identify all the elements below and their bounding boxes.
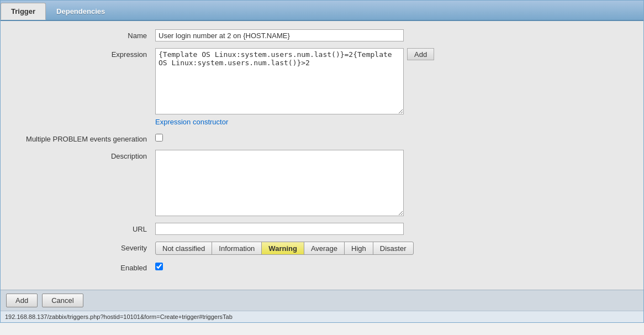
- multiple-problem-row: Multiple PROBLEM events generation: [12, 133, 632, 143]
- url-control: [155, 223, 404, 235]
- severity-information[interactable]: Information: [212, 242, 262, 255]
- description-textarea[interactable]: [155, 150, 404, 216]
- severity-row: Severity Not classified Information Warn…: [12, 242, 632, 255]
- severity-high[interactable]: High: [344, 242, 373, 255]
- form-area: Name Expression {Template OS Linux:syste…: [1, 21, 643, 290]
- severity-buttons: Not classified Information Warning Avera…: [155, 242, 413, 255]
- description-label: Description: [12, 150, 155, 160]
- expression-add-button[interactable]: Add: [407, 48, 434, 60]
- expression-row: Expression {Template OS Linux:system.use…: [12, 48, 632, 126]
- url-bar: 192.168.88.137/zabbix/triggers.php?hosti…: [1, 311, 643, 322]
- bottom-bar: Add Cancel: [1, 290, 643, 311]
- expression-label: Expression: [12, 48, 155, 59]
- description-control: [155, 150, 404, 216]
- name-input[interactable]: [155, 29, 404, 41]
- tab-bar: Trigger Dependencies: [1, 1, 643, 21]
- name-label: Name: [12, 29, 155, 40]
- severity-average[interactable]: Average: [304, 242, 345, 255]
- description-row: Description: [12, 150, 632, 216]
- expression-textarea[interactable]: {Template OS Linux:system.users.num.last…: [155, 48, 404, 114]
- tab-trigger[interactable]: Trigger: [1, 3, 46, 20]
- severity-disaster[interactable]: Disaster: [373, 242, 414, 255]
- severity-label: Severity: [12, 242, 155, 252]
- enabled-row: Enabled: [12, 261, 632, 272]
- expression-col: {Template OS Linux:system.users.num.last…: [155, 48, 434, 126]
- enabled-label: Enabled: [12, 261, 155, 272]
- severity-not-classified[interactable]: Not classified: [155, 242, 212, 255]
- severity-control: Not classified Information Warning Avera…: [155, 242, 413, 255]
- name-control: [155, 29, 404, 41]
- add-button[interactable]: Add: [6, 294, 38, 307]
- cancel-button[interactable]: Cancel: [42, 294, 83, 307]
- multiple-problem-control: [155, 133, 163, 142]
- name-row: Name: [12, 29, 632, 41]
- enabled-checkbox[interactable]: [155, 263, 163, 270]
- multiple-problem-checkbox[interactable]: [155, 134, 163, 142]
- tab-dependencies[interactable]: Dependencies: [46, 3, 115, 20]
- url-input[interactable]: [155, 223, 404, 235]
- url-label: URL: [12, 223, 155, 233]
- expression-input-row: {Template OS Linux:system.users.num.last…: [155, 48, 434, 114]
- enabled-control: [155, 261, 163, 270]
- multiple-problem-label: Multiple PROBLEM events generation: [12, 133, 155, 143]
- expression-constructor-link[interactable]: Expression constructor: [155, 118, 434, 126]
- url-row: URL: [12, 223, 632, 235]
- severity-warning[interactable]: Warning: [261, 242, 304, 255]
